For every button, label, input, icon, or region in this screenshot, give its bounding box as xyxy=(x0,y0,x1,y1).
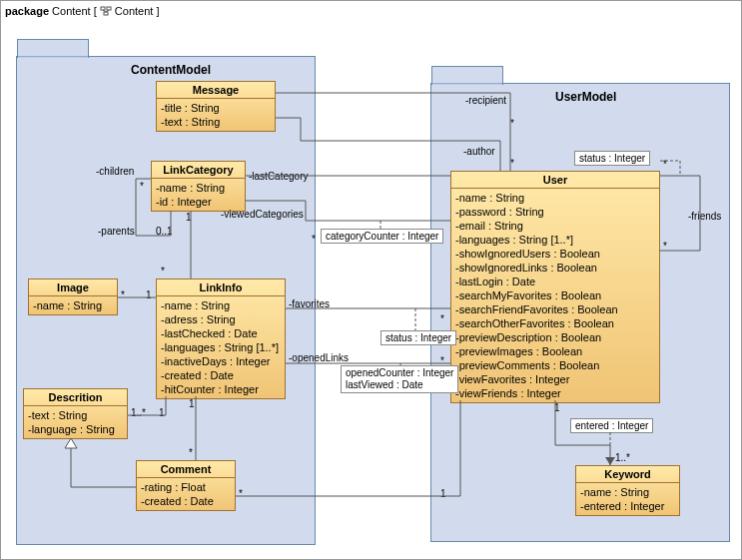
mult-star: * xyxy=(140,181,144,192)
mult-star: * xyxy=(510,158,514,169)
mult-one: 1 xyxy=(554,402,560,413)
assoc-attr: lastViewed : Date xyxy=(346,379,453,391)
mult-one: 1 xyxy=(189,398,195,409)
attr: -previewComments : Boolean xyxy=(455,358,655,372)
class-message[interactable]: Message -title : String -text : String xyxy=(156,81,276,132)
attr: -id : Integer xyxy=(156,195,241,209)
svg-rect-0 xyxy=(101,7,105,10)
label-author: -author xyxy=(463,146,495,157)
attr: -name : String xyxy=(455,191,655,205)
mult-star: * xyxy=(440,355,444,366)
class-attrs: -name : String -id : Integer xyxy=(152,179,245,211)
attr: -name : String xyxy=(580,485,675,499)
attr: -text : String xyxy=(28,408,123,422)
class-comment[interactable]: Comment -rating : Float -created : Date xyxy=(136,460,236,511)
assoc-entered: entered : Integer xyxy=(570,418,653,433)
mult-oneplus: 1..* xyxy=(615,452,630,463)
class-attrs: -title : String -text : String xyxy=(157,99,275,131)
class-name: Comment xyxy=(137,461,235,478)
mult-star: * xyxy=(312,234,316,245)
mult-one: 1 xyxy=(186,212,192,223)
mult-one: 1 xyxy=(440,488,446,499)
mult-zeroone: 0..1 xyxy=(156,226,173,237)
svg-rect-1 xyxy=(107,7,111,10)
mult-star: * xyxy=(440,313,444,324)
attr: -name : String xyxy=(33,298,113,312)
label-parents: -parents xyxy=(98,226,135,237)
attr: -lastLogin : Date xyxy=(455,275,655,288)
attr: -adress : String xyxy=(161,312,281,326)
attr: -language : String xyxy=(28,422,123,436)
attr: -languages : String [1..*] xyxy=(455,233,655,247)
class-name: Descrition xyxy=(24,389,127,406)
diagram-icon xyxy=(100,6,112,18)
attr: -searchFriendFavorites : Boolean xyxy=(455,302,655,316)
attr: -showIgnoredLinks : Boolean xyxy=(455,261,655,275)
class-name: Image xyxy=(29,280,117,296)
attr: -name : String xyxy=(161,298,281,312)
attr: -rating : Float xyxy=(141,480,231,494)
attr: -created : Date xyxy=(161,368,281,382)
class-name: LinkInfo xyxy=(157,280,285,296)
attr: -email : String xyxy=(455,219,655,233)
attr: -viewFavorites : Integer xyxy=(455,372,655,386)
package-name: Content xyxy=(52,5,91,17)
package-header: package Content [ Content ] xyxy=(5,5,160,18)
attr: -lastChecked : Date xyxy=(161,326,281,340)
frame-usermodel-title: UserModel xyxy=(555,90,616,104)
label-recipient: -recipient xyxy=(465,95,506,106)
attr: -previewDescription : Boolean xyxy=(455,330,655,344)
attr: -showIgnoredUsers : Boolean xyxy=(455,247,655,261)
package-keyword: package xyxy=(5,5,49,17)
label-children: -children xyxy=(96,166,134,177)
mult-star: * xyxy=(510,118,514,129)
mult-star: * xyxy=(189,447,193,458)
label-viewedcategories: -viewedCategories xyxy=(221,209,304,220)
frame-tab xyxy=(17,39,89,58)
class-linkcategory[interactable]: LinkCategory -name : String -id : Intege… xyxy=(151,161,246,212)
attr: -password : String xyxy=(455,205,655,219)
class-linkinfo[interactable]: LinkInfo -name : String -adress : String… xyxy=(156,279,286,399)
class-name: Message xyxy=(157,82,275,99)
class-user[interactable]: User -name : String -password : String -… xyxy=(450,171,660,403)
class-keyword[interactable]: Keyword -name : String -entered : Intege… xyxy=(575,465,680,516)
label-lastcategory: -lastCategory xyxy=(249,171,308,182)
class-attrs: -name : String -password : String -email… xyxy=(451,189,659,402)
assoc-status-favorites: status : Integer xyxy=(380,330,456,345)
mult-star: * xyxy=(663,159,667,170)
mult-star: * xyxy=(161,266,165,277)
diagram-canvas: package Content [ Content ] ContentModel… xyxy=(0,0,742,560)
assoc-attr: openedCounter : Integer xyxy=(346,367,453,379)
attr: -searchMyFavorites : Boolean xyxy=(455,288,655,302)
attr: -entered : Integer xyxy=(580,499,675,513)
mult-oneplus: 1..* xyxy=(131,407,146,418)
attr: -hitCounter : Integer xyxy=(161,382,281,396)
class-attrs: -text : String -language : String xyxy=(24,406,127,438)
attr: -viewFriends : Integer xyxy=(455,386,655,400)
label-favorites: -favorites xyxy=(289,298,330,309)
mult-one: 1 xyxy=(159,407,165,418)
assoc-categorycounter: categoryCounter : Integer xyxy=(321,229,443,244)
attr: -created : Date xyxy=(141,494,231,508)
class-attrs: -name : String xyxy=(29,296,117,314)
class-image[interactable]: Image -name : String xyxy=(28,279,118,315)
class-name: Keyword xyxy=(576,466,679,483)
attr: -title : String xyxy=(161,101,271,115)
attr: -name : String xyxy=(156,181,241,195)
class-name: User xyxy=(451,172,659,189)
attr: -inactiveDays : Integer xyxy=(161,354,281,368)
attr: -languages : String [1..*] xyxy=(161,340,281,354)
label-friends: -friends xyxy=(688,211,721,222)
mult-star: * xyxy=(121,289,125,300)
class-attrs: -name : String -adress : String -lastChe… xyxy=(157,296,285,398)
class-attrs: -rating : Float -created : Date xyxy=(137,478,235,510)
attr: -previewImages : Boolean xyxy=(455,344,655,358)
attr: -searchOtherFavorites : Boolean xyxy=(455,316,655,330)
mult-star: * xyxy=(239,488,243,499)
diagram-tab-name: Content xyxy=(115,5,154,17)
attr: -text : String xyxy=(161,115,271,129)
label-openedlinks: -openedLinks xyxy=(289,352,349,363)
assoc-status-friends: status : Integer xyxy=(574,151,650,166)
mult-one: 1 xyxy=(146,289,152,300)
class-descrition[interactable]: Descrition -text : String -language : St… xyxy=(23,388,128,439)
